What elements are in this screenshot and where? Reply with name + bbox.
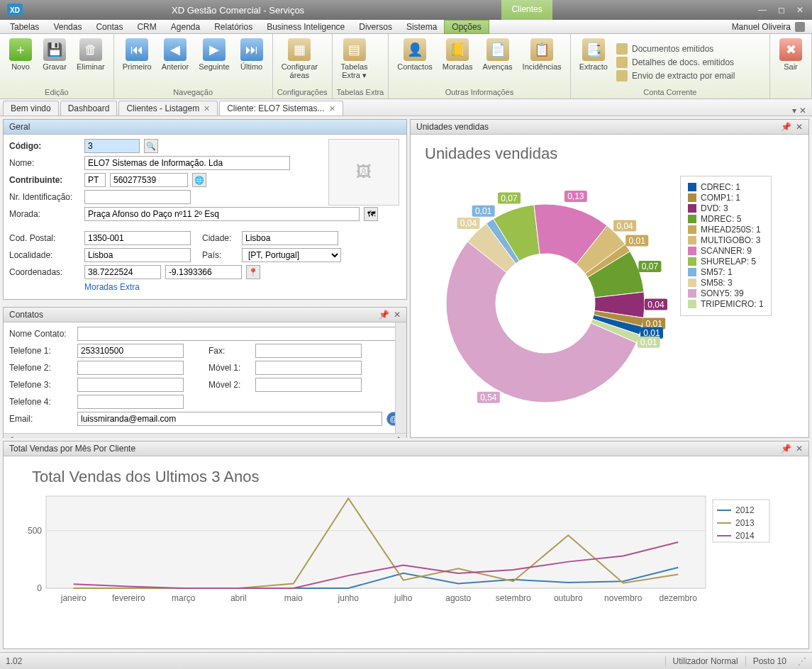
close-icon[interactable]: ✕ bbox=[794, 4, 806, 16]
menu-diversos[interactable]: Diversos bbox=[352, 21, 399, 33]
lon-field[interactable] bbox=[165, 265, 242, 279]
menu-contas[interactable]: Contas bbox=[89, 21, 130, 33]
svg-text:janeiro: janeiro bbox=[60, 593, 87, 603]
documentos-emitidos-link[interactable]: Documentos emitidos bbox=[616, 43, 735, 55]
tel4-field[interactable] bbox=[77, 395, 184, 409]
pin-icon[interactable]: 📌 bbox=[379, 310, 389, 320]
user-icon[interactable] bbox=[795, 22, 805, 32]
codigo-field[interactable] bbox=[84, 139, 140, 153]
sair-button[interactable]: ✖Sair bbox=[774, 37, 807, 87]
tab-clientes-listagem[interactable]: Clientes - Listagem✕ bbox=[118, 101, 218, 116]
tab-cliente-detail[interactable]: Cliente: ELO7 Sistemas...✕ bbox=[219, 101, 343, 116]
contatos-panel: Contatos📌✕ Nome Contato: Telefone 1: Fax… bbox=[3, 307, 407, 438]
menu-opcoes[interactable]: Opções bbox=[444, 20, 489, 34]
menu-sistema[interactable]: Sistema bbox=[399, 21, 444, 33]
nrid-field[interactable] bbox=[84, 190, 191, 204]
menu-crm[interactable]: CRM bbox=[130, 21, 163, 33]
search-icon[interactable]: 🔍 bbox=[144, 139, 158, 153]
incidencias-button[interactable]: 📋Incidências bbox=[518, 37, 566, 87]
avencas-button[interactable]: 📄Avenças bbox=[479, 37, 517, 87]
eliminar-button[interactable]: 🗑Eliminar bbox=[72, 37, 109, 87]
status-bar: 1.02 Utilizador Normal Posto 10 ⋰ bbox=[0, 652, 812, 669]
anterior-button[interactable]: ◀Anterior bbox=[157, 37, 194, 87]
context-tab-clientes[interactable]: Clientes bbox=[501, 0, 552, 20]
horizontal-scrollbar[interactable]: ◀▶ bbox=[4, 433, 406, 438]
configurar-areas-button[interactable]: ▦Configuraráreas bbox=[277, 37, 322, 87]
group-label-edicao: Edição bbox=[4, 87, 109, 97]
pais-select[interactable]: [PT, Portugal] bbox=[242, 248, 341, 262]
group-label-conta: Conta Corrente bbox=[575, 87, 765, 97]
legend-item: SCANNER: 9 bbox=[688, 246, 764, 256]
chevron-down-icon[interactable]: ▾ bbox=[792, 106, 796, 116]
menu-bi[interactable]: Business Inteligence bbox=[260, 21, 352, 33]
tel1-field[interactable] bbox=[77, 344, 184, 358]
menu-relatorios[interactable]: Relatórios bbox=[207, 21, 260, 33]
subscriptions-icon: 📄 bbox=[486, 38, 509, 61]
svg-text:500: 500 bbox=[28, 526, 42, 536]
legend-swatch-icon bbox=[688, 236, 696, 244]
lat-field[interactable] bbox=[84, 265, 161, 279]
primeiro-button[interactable]: ⏮Primeiro bbox=[118, 37, 156, 87]
mov1-field[interactable] bbox=[255, 361, 362, 375]
nome-field[interactable] bbox=[84, 156, 290, 170]
svg-text:0,07: 0,07 bbox=[642, 262, 659, 271]
ultimo-button[interactable]: ⏭Último bbox=[235, 37, 268, 87]
close-icon[interactable]: ✕ bbox=[204, 104, 210, 113]
close-all-icon[interactable]: ✕ bbox=[799, 106, 806, 116]
tel2-label: Telefone 2: bbox=[9, 363, 73, 373]
close-icon[interactable]: ✕ bbox=[796, 122, 803, 132]
mov2-field[interactable] bbox=[255, 378, 362, 392]
maximize-icon[interactable]: ◻ bbox=[775, 4, 788, 16]
cidade-field[interactable] bbox=[242, 231, 338, 245]
local-field[interactable] bbox=[84, 248, 191, 262]
current-user-label: Manuel Oliveira bbox=[732, 22, 791, 32]
menu-tabelas[interactable]: Tabelas bbox=[3, 21, 46, 33]
detalhes-docs-link[interactable]: Detalhes de docs. emitidos bbox=[616, 57, 735, 68]
nomecontato-field[interactable] bbox=[77, 327, 401, 341]
image-placeholder[interactable]: 🖼 bbox=[328, 139, 399, 206]
legend-item: SM58: 3 bbox=[688, 278, 764, 288]
tel2-field[interactable] bbox=[77, 361, 184, 375]
resize-grip-icon[interactable]: ⋰ bbox=[798, 656, 806, 666]
novo-button[interactable]: ＋Novo bbox=[4, 37, 37, 87]
nrid-label: Nr. Identificação: bbox=[9, 192, 80, 202]
gravar-button[interactable]: 💾Gravar bbox=[38, 37, 71, 87]
moradas-extra-link[interactable]: Moradas Extra bbox=[84, 282, 140, 292]
contactos-button[interactable]: 👤Contactos bbox=[393, 37, 437, 87]
title-bar: XD XD Gestão Comercial - Serviços Client… bbox=[0, 0, 812, 20]
tab-dashboard[interactable]: Dashboard bbox=[60, 101, 118, 116]
seguinte-button[interactable]: ▶Seguinte bbox=[194, 37, 233, 87]
menu-vendas[interactable]: Vendas bbox=[46, 21, 89, 33]
close-icon[interactable]: ✕ bbox=[329, 104, 335, 113]
vertical-scrollbar[interactable] bbox=[395, 322, 406, 433]
menu-agenda[interactable]: Agenda bbox=[164, 21, 207, 33]
svg-text:0,01: 0,01 bbox=[645, 319, 662, 329]
globe-icon[interactable]: 🌐 bbox=[192, 173, 206, 187]
prev-icon: ◀ bbox=[164, 38, 187, 61]
last-icon: ⏭ bbox=[240, 38, 263, 61]
minimize-icon[interactable]: — bbox=[755, 4, 769, 16]
morada-field[interactable] bbox=[84, 207, 360, 221]
envio-extracto-link[interactable]: Envio de extracto por email bbox=[616, 70, 735, 81]
pin-icon[interactable]: 📌 bbox=[781, 122, 791, 132]
close-icon[interactable]: ✕ bbox=[394, 310, 401, 320]
legend-item: SONY5: 39 bbox=[688, 288, 764, 298]
map-icon[interactable]: 🗺 bbox=[364, 207, 378, 221]
cp-field[interactable] bbox=[84, 231, 191, 245]
mail-icon bbox=[616, 70, 628, 81]
fax-field[interactable] bbox=[255, 344, 362, 358]
tabelas-extra-button[interactable]: ▤TabelasExtra ▾ bbox=[337, 37, 372, 87]
contrib-field[interactable] bbox=[110, 173, 188, 187]
map-pin-icon[interactable]: 📍 bbox=[246, 265, 260, 279]
contrib-prefix-field[interactable] bbox=[84, 173, 106, 187]
email-field[interactable] bbox=[77, 412, 382, 426]
legend-swatch-icon bbox=[688, 257, 696, 266]
close-icon[interactable]: ✕ bbox=[796, 444, 803, 454]
tel3-field[interactable] bbox=[77, 378, 184, 392]
exit-icon: ✖ bbox=[779, 38, 802, 61]
pin-icon[interactable]: 📌 bbox=[781, 444, 791, 454]
extracto-button[interactable]: 📑Extracto bbox=[575, 37, 612, 87]
moradas-button[interactable]: 📒Moradas bbox=[438, 37, 477, 87]
tab-bemvindo[interactable]: Bem vindo bbox=[3, 101, 59, 116]
geral-header: Geral bbox=[4, 120, 406, 135]
